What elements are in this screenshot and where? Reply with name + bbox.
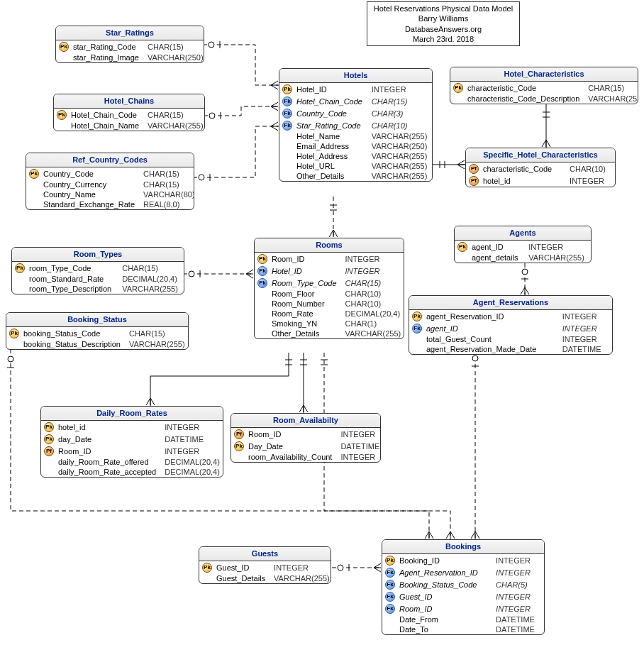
column-row: Hotel_Chain_CodeCHAR(15) [54,109,205,121]
column-name: Room_Floor [269,289,343,299]
column-type: INTEGER [338,452,381,462]
fk-key-icon [255,277,269,289]
entity-ref-country-codes: Ref_Country_CodesCountry_CodeCHAR(15)Cou… [26,153,194,210]
column-name: room_Availability_Count [245,452,338,462]
column-name: Date_To [396,624,493,634]
column-type: CHAR(10) [343,299,404,309]
column-name: room_Standard_Rate [26,274,119,284]
entity-daily-room-rates: Daily_Room_Rateshotel_idINTEGERday_DateD… [40,406,223,478]
column-type: VARCHAR(80) [140,189,194,199]
column-type: INTEGER [567,175,615,187]
column-type: VARCHAR(255) [126,339,189,349]
column-type: DECIMAL(20,4) [343,309,404,319]
column-name: Day_Date [245,440,338,452]
entity-title: Ref_Country_Codes [26,153,194,167]
fk-key-icon [382,566,396,578]
column-type: VARCHAR(255) [585,94,638,104]
no-key-icon [279,141,294,151]
pk-key-icon [56,40,70,53]
entity-guests: GuestsGuest_IDINTEGERGuest_DetailsVARCHA… [199,546,331,584]
column-row: Standard_Exchange_RateREAL(8,0) [26,199,194,209]
column-name: Hotel_ID [269,265,343,277]
column-name: Hotel_Name [294,131,369,141]
pk-key-icon [255,253,269,265]
column-row: Country_CodeCHAR(3) [279,107,432,119]
no-key-icon [255,319,269,329]
column-name: Room_ID [55,445,162,457]
column-row: room_Type_CodeCHAR(15) [12,262,184,274]
column-row: Smoking_YNCHAR(1) [255,319,404,329]
entity-title: Bookings [382,540,544,554]
entity-columns: hotel_idINTEGERday_DateDATETIMERoom_IDIN… [41,421,223,477]
column-type: VARCHAR(250) [369,141,432,151]
column-row: Room_NumberCHAR(10) [255,299,404,309]
column-type: VARCHAR(255) [271,573,331,583]
column-type: DECIMAL(20,4) [162,467,223,477]
column-row: room_Availability_CountINTEGER [231,452,381,462]
column-name: booking_Status_Code [21,327,126,339]
column-name: Room_Number [269,299,343,309]
column-name: daily_Room_Rate_offered [55,457,162,467]
pfk-key-icon [41,445,55,457]
column-name: room_Type_Description [26,284,119,294]
column-row: star_Rating_CodeCHAR(15) [56,40,204,53]
pk-key-icon [231,440,245,452]
column-name: booking_Status_Description [21,339,126,349]
column-type: CHAR(10) [369,119,432,131]
column-type: DECIMAL(20,4) [162,457,223,467]
no-key-icon [41,467,55,477]
column-type: CHAR(15) [140,167,194,180]
column-name: characteristic_Code_Description [465,94,585,104]
column-type: INTEGER [493,566,544,578]
column-row: Agent_Reservation_IDINTEGER [382,566,544,578]
column-type: INTEGER [493,602,544,614]
column-row: Hotel_IDINTEGER [279,83,432,95]
column-row: total_Guest_CountINTEGER [409,334,612,344]
column-type: INTEGER [162,445,223,457]
column-type: CHAR(15) [145,109,205,121]
entity-hotel-chains: Hotel_ChainsHotel_Chain_CodeCHAR(15)Hote… [53,94,205,131]
column-name: hotel_id [480,175,567,187]
column-name: Room_ID [396,602,493,614]
pk-key-icon [54,109,68,121]
column-type: CHAR(10) [567,162,615,175]
no-key-icon [255,289,269,299]
column-type: INTEGER [493,590,544,602]
column-type: DECIMAL(20,4) [119,274,184,284]
fk-key-icon [255,265,269,277]
column-type: CHAR(15) [585,82,638,94]
column-type: VARCHAR(250) [145,53,204,62]
entity-columns: characteristic_CodeCHAR(15)characteristi… [450,82,638,104]
no-key-icon [279,161,294,171]
column-name: Email_Address [294,141,369,151]
pk-key-icon [199,561,213,573]
entity-title: Daily_Room_Rates [41,407,223,421]
diagram-title-box: Hotel Reservations Physical Data Model B… [367,1,520,46]
column-row: agent_IDINTEGER [409,322,612,334]
column-name: Other_Details [269,329,343,338]
no-key-icon [231,452,245,462]
pk-key-icon [382,554,396,566]
entity-columns: characteristic_CodeCHAR(10)hotel_idINTEG… [466,162,615,187]
no-key-icon [279,131,294,141]
column-name: Room_Rate [269,309,343,319]
column-name: agent_ID [469,241,526,253]
column-row: Date_FromDATETIME [382,614,544,624]
column-name: hotel_id [55,421,162,433]
no-key-icon [26,199,40,209]
column-type: CHAR(1) [343,319,404,329]
entity-hotels: HotelsHotel_IDINTEGERHotel_Chain_CodeCHA… [279,68,433,182]
column-type: CHAR(3) [369,107,432,119]
column-row: room_Type_DescriptionVARCHAR(255) [12,284,184,294]
no-key-icon [54,121,68,131]
column-row: Room_IDINTEGER [41,445,223,457]
column-name: star_Rating_Image [70,53,145,62]
column-type: VARCHAR(255) [369,151,432,161]
column-name: Date_From [396,614,493,624]
column-name: daily_Room_Rate_accepted [55,467,162,477]
column-type: CHAR(5) [493,578,544,590]
column-type: VARCHAR(255) [369,161,432,171]
column-type: INTEGER [369,83,432,95]
column-row: Hotel_AddressVARCHAR(255) [279,151,432,161]
column-name: agent_Reservation_ID [423,310,560,322]
